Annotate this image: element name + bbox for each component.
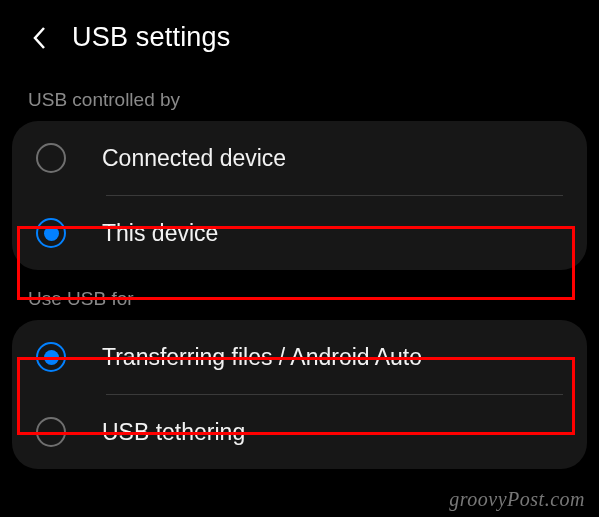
option-label: Transferring files / Android Auto <box>102 344 422 371</box>
card-controlled-by: Connected device This device <box>12 121 587 270</box>
card-use-for: Transferring files / Android Auto USB te… <box>12 320 587 469</box>
radio-unchecked-icon <box>36 417 66 447</box>
option-connected-device[interactable]: Connected device <box>12 121 587 195</box>
section-label-use-for: Use USB for <box>0 270 599 320</box>
option-label: USB tethering <box>102 419 245 446</box>
option-label: This device <box>102 220 218 247</box>
radio-unchecked-icon <box>36 143 66 173</box>
radio-checked-icon <box>36 342 66 372</box>
option-this-device[interactable]: This device <box>12 196 587 270</box>
option-transferring-files[interactable]: Transferring files / Android Auto <box>12 320 587 394</box>
back-icon[interactable] <box>28 27 50 49</box>
option-usb-tethering[interactable]: USB tethering <box>12 395 587 469</box>
page-title: USB settings <box>72 22 230 53</box>
header: USB settings <box>0 0 599 71</box>
section-label-controlled-by: USB controlled by <box>0 71 599 121</box>
watermark: groovyPost.com <box>449 488 585 511</box>
radio-checked-icon <box>36 218 66 248</box>
option-label: Connected device <box>102 145 286 172</box>
